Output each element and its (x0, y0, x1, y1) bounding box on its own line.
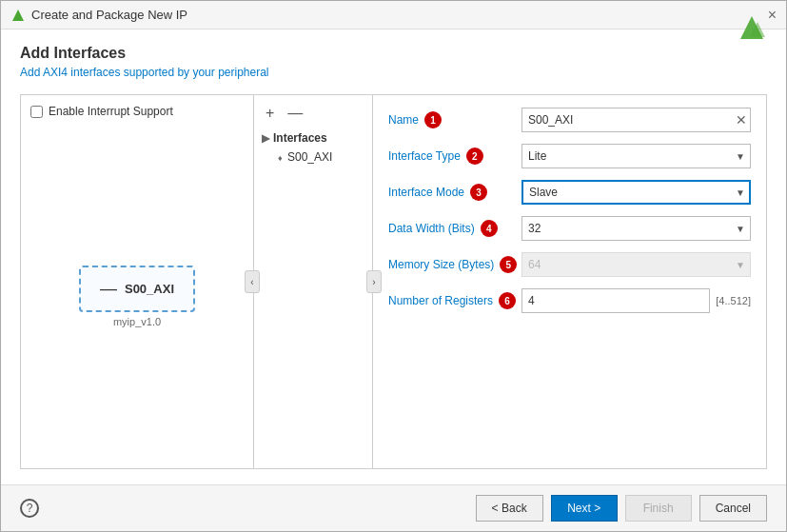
step-badge-5: 5 (500, 256, 517, 273)
content-area: Add Interfaces Add AXI4 interfaces suppo… (1, 30, 786, 484)
svg-marker-0 (12, 10, 24, 21)
toolbar: + — (262, 103, 364, 124)
finish-button[interactable]: Finish (625, 495, 692, 522)
main-window: Create and Package New IP × Add Interfac… (0, 0, 787, 532)
interrupt-row: Enable Interrupt Support (30, 105, 244, 118)
help-icon-label: ? (27, 502, 33, 515)
tree-item[interactable]: ⬧ S00_AXI (262, 148, 364, 166)
logo-icon (737, 14, 767, 48)
label-memory-size: Memory Size (Bytes) 5 (388, 256, 521, 273)
back-button[interactable]: < Back (476, 495, 543, 522)
label-num-registers-text: Number of Registers (388, 294, 493, 307)
ip-block: — S00_AXI (79, 266, 195, 312)
next-button[interactable]: Next > (551, 495, 618, 522)
tree-item-label: S00_AXI (287, 150, 332, 164)
step-badge-2: 2 (466, 148, 483, 165)
memory-size-select[interactable]: 64 (521, 252, 751, 277)
form-row-interface-mode: Create and Package New IP Interface Mode… (388, 179, 751, 206)
label-interface-mode-display: Interface Mode (388, 186, 464, 199)
interface-mode-select[interactable]: Slave Master (521, 180, 751, 205)
collapse-right-button[interactable]: › (366, 270, 382, 293)
page-subtitle: Add AXI4 interfaces supported by your pe… (20, 66, 767, 79)
label-num-registers: Number of Registers 6 (388, 292, 521, 309)
help-icon[interactable]: ? (20, 499, 39, 518)
data-width-select[interactable]: 32 64 128 (521, 216, 751, 241)
right-panel: Name 1 ✕ Interface Type 2 (373, 95, 766, 468)
interface-mode-select-wrap: Slave Master ▼ (521, 180, 751, 205)
bottom-bar: ? < Back Next > Finish Cancel (1, 484, 786, 531)
label-memory-size-text: Memory Size (Bytes) (388, 258, 494, 271)
form-row-interface-type: Interface Type 2 Lite Full Stream ▼ (388, 143, 751, 169)
num-registers-range: [4..512] (716, 295, 751, 306)
step-badge-3: 3 (470, 184, 487, 201)
main-area: Enable Interrupt Support — S00_AXI myip_… (20, 94, 767, 469)
step-badge-6: 6 (499, 292, 516, 309)
ip-block-name: S00_AXI (125, 282, 174, 296)
step-badge-4: 4 (481, 220, 498, 237)
window-title: Create and Package New IP (31, 8, 187, 22)
interface-type-select[interactable]: Lite Full Stream (521, 144, 751, 168)
app-icon (10, 8, 26, 23)
form-row-name: Name 1 ✕ (388, 107, 751, 133)
middle-panel: + — ▶ Interfaces ⬧ S00_AXI ‹ › (254, 95, 373, 468)
label-interface-mode: Create and Package New IP Interface Mode… (388, 184, 521, 201)
form-row-memory-size: Memory Size (Bytes) 5 64 ▼ (388, 251, 751, 278)
data-width-select-wrap: 32 64 128 ▼ (521, 216, 751, 241)
block-diagram: — S00_AXI myip_v1.0 (30, 133, 244, 459)
label-data-width: Data Width (Bits) 4 (388, 220, 521, 237)
remove-interface-button[interactable]: — (284, 103, 306, 124)
form-row-data-width: Data Width (Bits) 4 32 64 128 ▼ (388, 215, 751, 242)
tree-folder-icon: ▶ (262, 132, 269, 145)
interrupt-checkbox[interactable] (30, 106, 43, 118)
title-bar-left: Create and Package New IP (10, 8, 187, 23)
interface-type-select-wrap: Lite Full Stream ▼ (521, 144, 751, 168)
name-input[interactable] (521, 108, 751, 132)
name-clear-icon[interactable]: ✕ (736, 112, 747, 128)
page-title: Add Interfaces (20, 45, 767, 62)
tree-item-icon: ⬧ (277, 151, 284, 163)
label-data-width-text: Data Width (Bits) (388, 222, 475, 235)
collapse-left-button[interactable]: ‹ (245, 270, 260, 293)
step-badge-1: 1 (424, 111, 442, 128)
ip-block-dash: — (100, 279, 117, 299)
interfaces-label: Interfaces (273, 131, 327, 145)
name-input-wrap: ✕ (521, 108, 751, 132)
label-interface-type: Interface Type 2 (388, 148, 521, 165)
add-interface-button[interactable]: + (262, 103, 278, 124)
interrupt-label: Enable Interrupt Support (49, 105, 173, 118)
num-registers-input[interactable] (521, 288, 710, 313)
ip-block-wrapper: — S00_AXI myip_v1.0 (79, 266, 195, 327)
label-name-text: Name (388, 113, 419, 127)
tree-label: ▶ Interfaces (262, 131, 364, 145)
title-bar: Create and Package New IP × (1, 1, 786, 30)
form-row-num-registers: Number of Registers 6 [4..512] (388, 287, 751, 314)
window-close-button[interactable]: × (768, 8, 777, 23)
label-interface-type-text: Interface Type (388, 149, 461, 163)
cancel-button[interactable]: Cancel (699, 495, 767, 522)
num-registers-wrap: [4..512] (521, 288, 751, 313)
label-name: Name 1 (388, 111, 521, 128)
button-group: < Back Next > Finish Cancel (476, 495, 767, 522)
left-panel: Enable Interrupt Support — S00_AXI myip_… (21, 95, 254, 468)
ip-block-version: myip_v1.0 (113, 316, 161, 327)
memory-size-select-wrap: 64 ▼ (521, 252, 751, 277)
